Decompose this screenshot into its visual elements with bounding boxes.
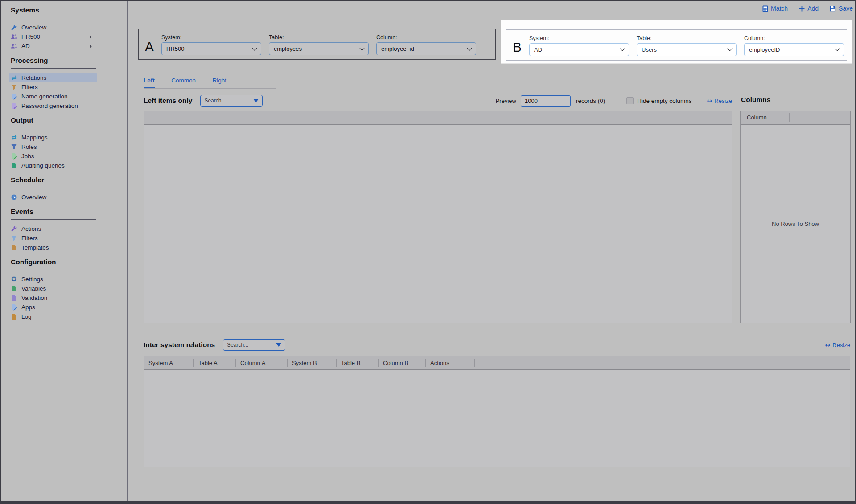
sidebar-item-apps[interactable]: Apps (9, 303, 97, 312)
save-button-label: Save (839, 5, 853, 12)
wrench-icon (11, 24, 17, 31)
gear-icon: ⚙ (11, 276, 17, 283)
resize-columns-button[interactable]: ↔ Resize (707, 97, 732, 104)
table-select[interactable]: employees (269, 42, 369, 55)
table-value: Users (642, 46, 728, 53)
sidebar-item-label: Actions (21, 225, 41, 232)
column-label: Column: (376, 34, 476, 41)
left-items-toolbar: Left items only Preview records (0) Hide… (144, 94, 732, 107)
header-system-a[interactable]: System A (144, 359, 194, 367)
left-items-grid-header (144, 111, 732, 125)
system-select[interactable]: HR500 (161, 42, 261, 55)
panel-b-system-field: System: AD (529, 35, 629, 56)
panel-b-table-field: Table: Users (637, 35, 737, 56)
sidebar-item-label: Relations (21, 74, 46, 81)
preview-count-input[interactable] (521, 95, 571, 107)
header-system-b[interactable]: System B (288, 359, 337, 367)
match-button[interactable]: Match (762, 5, 788, 12)
system-label: System: (529, 35, 629, 41)
system-select[interactable]: AD (529, 43, 629, 56)
sidebar-section-systems: Systems (11, 6, 127, 14)
sidebar-item-auditing-queries[interactable]: Auditing queries (9, 161, 97, 170)
sidebar-item-jobs[interactable]: Jobs (9, 152, 97, 161)
sidebar-item-filters[interactable]: Filters (9, 82, 97, 92)
sidebar-section-output: Output (11, 116, 127, 124)
filter-dropdown-icon[interactable] (276, 343, 281, 347)
left-items-search[interactable] (200, 95, 263, 107)
header-column-a[interactable]: Column A (236, 359, 288, 367)
sidebar-item-actions[interactable]: Actions (9, 224, 97, 234)
sidebar-item-name-generation[interactable]: Name generation (9, 92, 97, 101)
divider (11, 219, 96, 220)
columns-panel-title: Columns (741, 96, 770, 104)
panel-a-table-field: Table: employees (269, 34, 369, 55)
resize-relations-button[interactable]: ↔ Resize (825, 341, 850, 348)
table-select[interactable]: Users (637, 43, 737, 56)
sidebar-item-label: Filters (21, 235, 38, 242)
columns-grid-header: Column (741, 111, 850, 125)
save-icon (830, 5, 836, 12)
header-column-b[interactable]: Column B (379, 359, 426, 367)
sidebar-section-configuration: Configuration (11, 258, 127, 266)
column-value: employeeID (749, 46, 835, 53)
save-button[interactable]: Save (830, 5, 853, 12)
sidebar-item-overview[interactable]: Overview (9, 23, 97, 32)
tab-common[interactable]: Common (171, 77, 196, 87)
sidebar-item-scheduler-overview[interactable]: Overview (9, 193, 97, 202)
document-pencil-icon (11, 102, 17, 109)
panel-a-system-field: System: HR500 (161, 34, 261, 55)
funnel-icon (11, 143, 17, 150)
sidebar-item-label: Overview (21, 24, 46, 31)
records-count: records (0) (576, 98, 605, 104)
chevron-down-icon (835, 46, 840, 51)
column-select[interactable]: employee_id (376, 42, 476, 55)
column-value: employee_id (381, 45, 468, 52)
calculator-icon (762, 5, 768, 12)
sidebar-item-mappings[interactable]: ⇄ Mappings (9, 133, 97, 142)
search-input[interactable] (204, 98, 251, 104)
header-table-a[interactable]: Table A (194, 359, 236, 367)
left-items-grid (144, 111, 732, 323)
sidebar-item-password-generation[interactable]: Password generation (9, 101, 97, 111)
divider (11, 18, 96, 18)
inter-system-relations-toolbar: Inter system relations ↔ Resize (144, 338, 850, 352)
sidebar: Systems Overview HR500 AD Processing ⇄ R… (1, 1, 128, 501)
sidebar-item-templates[interactable]: Templates (9, 243, 97, 252)
expand-chevron-icon[interactable] (90, 35, 92, 39)
expand-chevron-icon[interactable] (90, 45, 92, 48)
sidebar-item-log[interactable]: Log (9, 312, 97, 321)
sidebar-item-label: Auditing queries (21, 162, 65, 169)
app-window: Systems Overview HR500 AD Processing ⇄ R… (0, 0, 856, 504)
sidebar-item-settings[interactable]: ⚙ Settings (9, 275, 97, 284)
sidebar-item-variables[interactable]: Variables (9, 284, 97, 293)
sidebar-item-validation[interactable]: Validation (9, 293, 97, 303)
header-table-b[interactable]: Table B (337, 359, 379, 367)
system-label: System: (161, 34, 261, 41)
add-button[interactable]: Add (799, 5, 819, 12)
hide-empty-columns-checkbox[interactable] (626, 97, 634, 104)
header-actions[interactable]: Actions (426, 359, 475, 367)
sidebar-item-label: Roles (21, 143, 37, 150)
divider (11, 68, 96, 69)
add-button-label: Add (807, 5, 819, 12)
tab-right[interactable]: Right (212, 77, 226, 87)
document-pencil-icon (11, 153, 17, 160)
tab-left[interactable]: Left (144, 77, 155, 88)
column-header-cell[interactable]: Column (741, 113, 790, 122)
sidebar-item-label: Templates (21, 244, 49, 251)
column-select[interactable]: employeeID (744, 43, 844, 56)
sidebar-item-roles[interactable]: Roles (9, 142, 97, 152)
sidebar-item-events-filters[interactable]: Filters (9, 234, 97, 243)
sidebar-item-label: Mappings (21, 134, 48, 141)
sidebar-item-relations[interactable]: ⇄ Relations (9, 73, 97, 82)
clock-icon (11, 194, 17, 201)
system-value: AD (534, 46, 621, 53)
relations-grid-header: System A Table A Column A System B Table… (144, 356, 850, 370)
sidebar-item-hr500[interactable]: HR500 (9, 32, 97, 41)
search-input[interactable] (227, 342, 273, 348)
filter-dropdown-icon[interactable] (253, 99, 259, 102)
document-icon (11, 295, 17, 301)
sidebar-item-ad[interactable]: AD (9, 41, 97, 51)
relations-search[interactable] (223, 339, 285, 351)
table-label: Table: (637, 35, 737, 41)
